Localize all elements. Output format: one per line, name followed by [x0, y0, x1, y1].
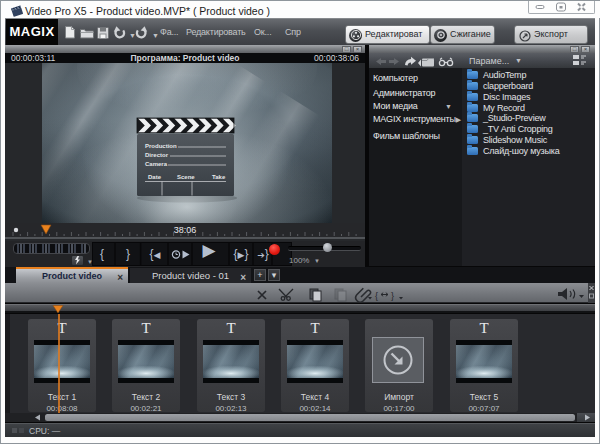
svg-text:Camera: Camera: [145, 161, 168, 167]
svg-text:Director: Director: [145, 152, 169, 158]
svg-text:{: {: [375, 291, 378, 301]
svg-text:Take: Take: [212, 174, 226, 180]
svg-text:}: }: [391, 291, 394, 301]
svg-text:Date: Date: [148, 174, 162, 180]
svg-text:Production: Production: [145, 143, 177, 149]
svg-text:Scene: Scene: [177, 174, 195, 180]
